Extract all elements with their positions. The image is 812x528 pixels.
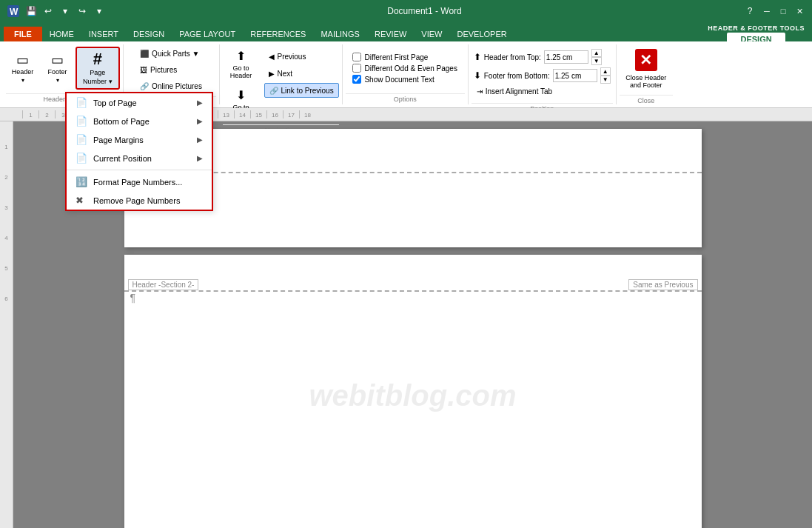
show-doc-text-option: Show Document Text	[352, 75, 457, 84]
tab-developer[interactable]: DEVELOPER	[449, 27, 514, 41]
header-footer-buttons: ▭ Header ▾ ▭ Footer ▾ # Page Number ▾	[6, 46, 120, 93]
remove-page-numbers-item[interactable]: ✖ Remove Page Numbers	[67, 191, 212, 210]
bottom-of-page-arrow: ▶	[197, 117, 203, 125]
tab-mailings[interactable]: MAILINGS	[313, 27, 367, 41]
show-doc-text-checkbox[interactable]	[352, 75, 361, 84]
go-to-header-button[interactable]: ⬆ Go toHeader	[223, 46, 260, 82]
bottom-of-page-icon: 📄	[76, 116, 87, 127]
header-from-top-row: ⬆ Header from Top: ▲ ▼	[474, 49, 611, 65]
page-margins-label: Page Margins	[93, 136, 191, 144]
top-of-page-icon: 📄	[76, 97, 87, 108]
pictures-button[interactable]: 🖼 Pictures	[135, 62, 181, 77]
customize-quick-access[interactable]: ▾	[92, 4, 107, 19]
previous-icon: ◀	[269, 53, 275, 61]
tab-home[interactable]: HOME	[42, 27, 81, 41]
different-first-label: Different First Page	[364, 53, 428, 61]
quick-parts-button[interactable]: ⬛ Quick Parts ▼	[135, 46, 204, 61]
svg-text:W: W	[10, 7, 19, 17]
tab-references[interactable]: REFERENCES	[243, 27, 313, 41]
current-position-item[interactable]: 📄 Current Position ▶	[67, 149, 212, 167]
footer-from-bottom-input[interactable]	[553, 69, 597, 82]
title-bar: W 💾 ↩ ▾ ↪ ▾ Document1 - Word ? ─ □ ✕	[0, 0, 812, 22]
remove-page-numbers-label: Remove Page Numbers	[93, 196, 203, 205]
tab-file[interactable]: FILE	[4, 27, 42, 41]
previous-button[interactable]: ◀ Previous	[264, 49, 339, 64]
current-position-label: Current Position	[93, 154, 191, 163]
quick-parts-label: Quick Parts ▼	[152, 50, 199, 58]
footer-spin-down[interactable]: ▼	[600, 76, 611, 84]
page-margins-icon: 📄	[76, 134, 87, 145]
insert-alignment-tab-button[interactable]: ⇥ Insert Alignment Tab	[474, 86, 611, 97]
position-fields: ⬆ Header from Top: ▲ ▼ ⬇ Footer from Bot…	[474, 46, 611, 100]
header-button[interactable]: ▭ Header ▾	[6, 50, 39, 87]
maximize-button[interactable]: □	[776, 4, 790, 18]
remove-page-numbers-icon: ✖	[76, 195, 87, 206]
next-icon: ▶	[269, 70, 275, 78]
word-icon: W	[6, 4, 21, 19]
online-pictures-label: Online Pictures	[152, 82, 202, 90]
header-icon: ▭	[16, 53, 29, 67]
footer-button[interactable]: ▭ Footer ▾	[41, 50, 74, 87]
undo-dropdown[interactable]: ▾	[58, 4, 73, 19]
window-controls: ? ─ □ ✕	[742, 4, 806, 19]
page-number-label2: Number ▾	[83, 78, 113, 85]
tab-page-layout[interactable]: PAGE LAYOUT	[172, 27, 243, 41]
footer-spinners: ▲ ▼	[600, 67, 611, 84]
position-content: ⬆ Header from Top: ▲ ▼ ⬇ Footer from Bot…	[474, 46, 611, 103]
bottom-of-page-item[interactable]: 📄 Bottom of Page ▶	[67, 112, 212, 130]
save-button[interactable]: 💾	[24, 4, 38, 19]
page-margins-item[interactable]: 📄 Page Margins ▶	[67, 130, 212, 149]
go-to-header-label: Go toHeader	[230, 64, 252, 79]
title-bar-left: W 💾 ↩ ▾ ↪ ▾	[6, 4, 107, 19]
vertical-ruler: 1 2 3 4 5 6	[0, 121, 13, 528]
footer-dropdown-arrow: ▾	[56, 77, 59, 84]
close-group-label: Close	[620, 95, 673, 104]
header-from-top-input[interactable]	[544, 50, 588, 64]
tab-design[interactable]: DESIGN	[126, 27, 172, 41]
bottom-of-page-label: Bottom of Page	[93, 117, 191, 126]
next-button[interactable]: ▶ Next	[264, 66, 339, 81]
page-number-button[interactable]: # Page Number ▾	[76, 47, 120, 90]
ribbon: ▭ Header ▾ ▭ Footer ▾ # Page Number ▾ He…	[0, 41, 812, 108]
help-button[interactable]: ?	[742, 4, 757, 19]
page-number-dropdown: 📄 Top of Page ▶ 📄 Bottom of Page ▶ 📄 Pag…	[65, 92, 213, 211]
go-to-footer-icon: ⬇	[236, 88, 246, 102]
tab-review[interactable]: REVIEW	[367, 27, 414, 41]
top-of-page-item[interactable]: 📄 Top of Page ▶	[67, 93, 212, 112]
next-label: Next	[278, 70, 293, 78]
header-spin-up[interactable]: ▲	[591, 49, 602, 57]
quick-parts-icon: ⬛	[140, 50, 149, 58]
link-icon: 🔗	[269, 87, 278, 95]
minimize-button[interactable]: ─	[760, 4, 774, 18]
header-spinners: ▲ ▼	[591, 49, 602, 65]
page-2: Header -Section 2- Same as Previous ¶ we…	[124, 255, 702, 528]
header-from-top-label: Header from Top:	[484, 53, 541, 61]
redo-button[interactable]: ↪	[75, 4, 90, 19]
close-button[interactable]: ✕	[793, 4, 806, 18]
close-header-footer-button[interactable]: ✕ Close Headerand Footer	[620, 46, 672, 92]
online-pictures-button[interactable]: 🔗 Online Pictures	[135, 78, 207, 93]
current-position-icon: 📄	[76, 153, 87, 164]
insert-align-icon: ⇥	[477, 87, 483, 96]
tab-view[interactable]: VIEW	[414, 27, 449, 41]
different-odd-option: Different Odd & Even Pages	[352, 64, 457, 73]
quick-access-toolbar: 💾 ↩ ▾ ↪ ▾	[24, 4, 107, 19]
link-to-previous-button[interactable]: 🔗 Link to Previous	[264, 83, 339, 98]
footer-from-bottom-icon: ⬇	[474, 70, 481, 81]
options-checkboxes: Different First Page Different Odd & Eve…	[352, 50, 457, 87]
dropdown-divider	[67, 170, 212, 170]
format-page-numbers-item[interactable]: 🔢 Format Page Numbers...	[67, 173, 212, 191]
different-first-checkbox[interactable]	[352, 53, 361, 61]
insert-buttons: ⬛ Quick Parts ▼ 🖼 Pictures 🔗 Online Pict…	[135, 46, 207, 96]
go-to-header-icon: ⬆	[236, 49, 246, 63]
footer-icon: ▭	[51, 53, 64, 67]
footer-from-bottom-row: ⬇ Footer from Bottom: ▲ ▼	[474, 67, 611, 84]
header-spin-down[interactable]: ▼	[591, 57, 602, 65]
watermark: webitblog.com	[309, 379, 517, 412]
undo-button[interactable]: ↩	[41, 4, 56, 19]
footer-spin-up[interactable]: ▲	[600, 67, 611, 76]
tab-insert[interactable]: INSERT	[81, 27, 126, 41]
online-pictures-icon: 🔗	[140, 82, 149, 90]
different-odd-checkbox[interactable]	[352, 64, 361, 73]
footer-label: Footer	[47, 68, 67, 76]
